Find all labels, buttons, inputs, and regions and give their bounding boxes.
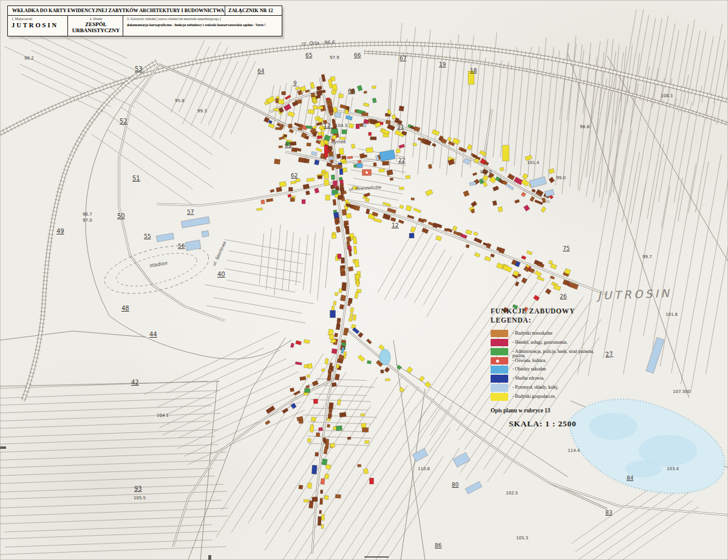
map-label: 61 [285,142,291,148]
map-label: 65 [305,52,312,58]
map-label: 48 [121,305,129,312]
building [469,182,476,186]
building [537,276,544,281]
map-label: 97.9 [330,55,339,60]
building [351,144,355,149]
building [398,220,404,224]
building [497,263,504,270]
building [307,143,311,146]
building [332,383,337,387]
building [386,120,390,125]
map-label: 104.3 [335,123,347,128]
building [307,178,315,182]
building [345,109,349,114]
building [353,315,356,321]
building [332,349,337,353]
building [358,160,361,163]
legend-label: - Przemysł, składy, kolej, [512,385,604,390]
building [485,256,491,261]
building [288,124,293,128]
building [396,149,401,153]
map-label: 67 [400,55,406,61]
building [412,143,417,146]
building [289,129,294,133]
building [321,490,323,494]
building [313,132,316,136]
building [338,254,341,259]
building [341,258,344,264]
building [353,236,358,244]
building [268,120,272,124]
building [426,190,433,196]
building [345,115,352,120]
map-label: 44 [149,331,157,338]
building [466,244,469,248]
building [354,205,360,211]
field-zawartosc: 3. Zawartość wkładki ( nazwa obiektu lub… [123,16,282,36]
building [328,146,332,151]
map-label: 21 [397,124,404,130]
building [372,98,376,103]
building [318,132,322,135]
map-label: 97.0 [83,218,92,223]
map-label: 80 [452,482,458,488]
building [406,176,410,179]
building [383,134,389,137]
legend-item: - Służba zdrowia, [491,375,612,384]
building [335,333,338,337]
building [551,264,557,269]
scale-label: SKALA: 1 : 2500 [509,419,576,429]
map-label: 83 [605,510,612,516]
building [306,126,312,129]
building [364,468,369,474]
building [316,140,321,145]
building [292,101,298,106]
building [266,199,273,202]
building [327,424,330,428]
map-label: 22 [398,157,405,163]
map-canvas [0,0,728,560]
building [542,198,545,203]
building [279,100,284,104]
building [521,192,526,197]
building [541,207,546,212]
building [460,233,467,239]
legend-swatch [491,384,508,392]
building [322,459,327,465]
map-label: 19 [439,61,446,67]
map-label: 68 [348,88,355,94]
building [333,426,336,429]
building [282,92,286,95]
building [315,160,319,165]
map-label: 98.8 [580,125,590,129]
map-label: 103.4 [667,466,679,471]
map-label: 75 [563,245,570,251]
map-label: 50 [117,213,125,219]
building [330,310,336,318]
building [492,186,498,191]
building [324,446,328,454]
map-label: 99.7 [642,254,652,259]
building [399,144,405,148]
building [305,389,310,393]
building [498,207,503,212]
building [336,324,340,330]
building [366,339,372,344]
building [392,115,395,119]
building [332,90,336,95]
building [307,363,312,369]
building [335,292,338,296]
legend-footnote: Opis planu w rubryce 13 [491,408,612,414]
map-label: 52 [120,118,128,125]
building [332,129,338,134]
building [363,123,366,127]
legend-label: - Służba zdrowia, [512,376,604,381]
building [358,355,365,361]
building [300,376,306,380]
legend-item: - Handel, usługi, gastronomia, [491,339,612,348]
building [302,200,305,204]
building [380,370,384,374]
building [506,183,514,190]
building [379,169,384,172]
building [355,292,359,298]
